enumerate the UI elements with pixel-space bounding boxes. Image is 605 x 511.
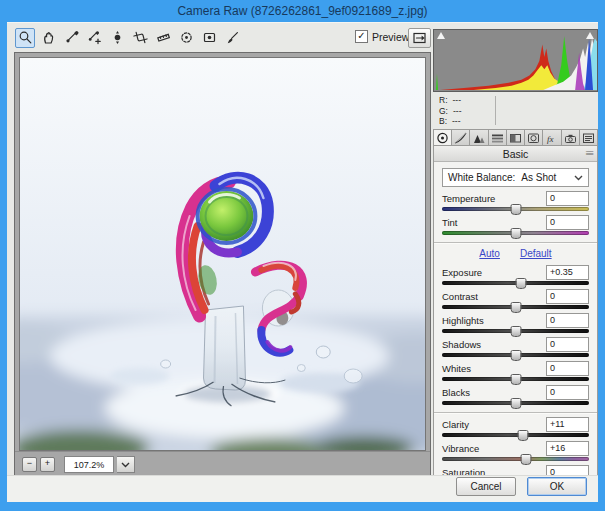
slider-label: Blacks	[442, 387, 470, 398]
slider-thumb[interactable]	[517, 430, 528, 441]
tab-hsl-grayscale[interactable]	[489, 129, 507, 146]
tone-sliders: Exposure +0.35 Contrast 0 Highlights 0 S…	[442, 265, 589, 405]
slider-value-input[interactable]: 0	[546, 361, 589, 376]
split-toning-icon	[509, 132, 522, 144]
slider-track[interactable]	[442, 329, 589, 333]
spot-removal-tool-button[interactable]	[176, 28, 196, 48]
section-divider	[434, 242, 597, 243]
tab-presets[interactable]	[580, 129, 598, 146]
slider-thumb[interactable]	[510, 228, 521, 239]
lens-icon	[527, 132, 540, 144]
slider-thumb[interactable]	[520, 454, 531, 465]
ok-button[interactable]: OK	[527, 477, 587, 496]
slider-value-input[interactable]: 0	[546, 313, 589, 328]
tab-effects[interactable]: fx	[543, 129, 561, 146]
slider-value-input[interactable]: 0	[546, 289, 589, 304]
slider-value-input[interactable]: 0	[546, 337, 589, 352]
slider-thumb[interactable]	[510, 350, 521, 361]
zoom-in-button[interactable]: +	[40, 457, 55, 472]
tab-detail[interactable]	[470, 129, 488, 146]
histogram[interactable]	[433, 29, 598, 92]
slider-value-input[interactable]: +16	[546, 441, 589, 456]
slider-value-input[interactable]: +11	[546, 417, 589, 432]
slider-thumb[interactable]	[510, 204, 521, 215]
slider-thumb[interactable]	[510, 326, 521, 337]
slider-row: Tint 0	[442, 215, 589, 235]
slider-thumb[interactable]	[516, 278, 527, 289]
slider-label: Exposure	[442, 267, 482, 278]
toggle-fullscreen-button[interactable]	[408, 28, 431, 48]
preview-image[interactable]	[19, 57, 426, 451]
hand-icon	[41, 30, 56, 45]
auto-default-links: Auto Default	[442, 248, 589, 261]
slider-value-input[interactable]: 0	[546, 385, 589, 400]
auto-link[interactable]: Auto	[479, 248, 500, 261]
tab-tone-curve[interactable]	[452, 129, 470, 146]
slider-track[interactable]	[442, 207, 589, 211]
highlight-clipping-icon[interactable]	[586, 32, 594, 39]
slider-track[interactable]	[442, 305, 589, 309]
straighten-tool-button[interactable]	[153, 28, 173, 48]
rgb-readout: R:--- G:--- B:---	[433, 92, 598, 128]
slider-label: Whites	[442, 363, 471, 374]
zoom-tool-button[interactable]	[15, 28, 35, 48]
slider-label: Shadows	[442, 339, 481, 350]
slider-label: Tint	[442, 217, 457, 228]
title-bar[interactable]: Camera Raw (8726262861_9ef0921689_z.jpg)	[0, 0, 605, 22]
cancel-button[interactable]: Cancel	[456, 477, 516, 496]
basic-panel-content: White Balance: As Shot Temperature 0 Tin…	[434, 162, 597, 485]
slider-value-input[interactable]: 0	[546, 215, 589, 230]
zoom-out-button[interactable]: −	[22, 457, 37, 472]
slider-track[interactable]	[442, 433, 589, 437]
slider-thumb[interactable]	[510, 398, 521, 409]
adjustment-brush-tool-button[interactable]	[222, 28, 242, 48]
white-balance-label: White Balance:	[448, 172, 515, 183]
slider-track[interactable]	[442, 401, 589, 405]
tab-basic[interactable]	[433, 129, 452, 146]
tab-camera-calibration[interactable]	[562, 129, 580, 146]
slider-track[interactable]	[442, 353, 589, 357]
slider-track[interactable]	[442, 281, 589, 285]
tab-split-toning[interactable]	[507, 129, 525, 146]
tone-curve-icon	[454, 132, 467, 144]
color-sampler-tool-button[interactable]	[84, 28, 104, 48]
slider-label: Contrast	[442, 291, 478, 302]
white-balance-dropdown[interactable]: White Balance: As Shot	[442, 168, 589, 187]
slider-thumb[interactable]	[510, 302, 521, 313]
svg-text:fx: fx	[547, 133, 554, 143]
crop-icon	[133, 30, 148, 45]
crop-tool-button[interactable]	[130, 28, 150, 48]
slider-row: Contrast 0	[442, 289, 589, 309]
preview-checkbox[interactable]: ✓	[355, 30, 368, 43]
panel-menu-icon[interactable]: ≡≡	[586, 149, 593, 158]
white-balance-tool-button[interactable]	[61, 28, 81, 48]
preview-control: ✓ Preview	[355, 30, 409, 43]
hand-tool-button[interactable]	[38, 28, 58, 48]
zoom-level-value[interactable]: 107.2%	[64, 456, 114, 473]
r-value: ---	[453, 95, 462, 105]
glass-sculpture-photo	[20, 58, 425, 450]
slider-value-input[interactable]: 0	[546, 191, 589, 206]
slider-row: Vibrance +16	[442, 441, 589, 461]
slider-track[interactable]	[442, 457, 589, 461]
targeted-adjustment-tool-button[interactable]	[107, 28, 127, 48]
slider-thumb[interactable]	[510, 374, 521, 385]
section-divider	[434, 412, 597, 413]
slider-value-input[interactable]: +0.35	[546, 265, 589, 280]
slider-row: Shadows 0	[442, 337, 589, 357]
default-link[interactable]: Default	[520, 248, 552, 261]
eyedropper-icon	[64, 30, 79, 45]
chevron-down-icon	[574, 175, 583, 181]
slider-row: Clarity +11	[442, 417, 589, 437]
toolbar	[15, 28, 242, 47]
slider-track[interactable]	[442, 231, 589, 235]
red-eye-tool-button[interactable]	[199, 28, 219, 48]
slider-track[interactable]	[442, 377, 589, 381]
tab-lens-corrections[interactable]	[525, 129, 543, 146]
zoom-level-dropdown-button[interactable]	[117, 456, 135, 473]
basic-panel-header: Basic ≡≡	[434, 146, 597, 162]
shadow-clipping-icon[interactable]	[437, 32, 445, 39]
b-label: B:	[439, 116, 447, 126]
slider-row: Whites 0	[442, 361, 589, 381]
spot-removal-icon	[179, 30, 194, 45]
